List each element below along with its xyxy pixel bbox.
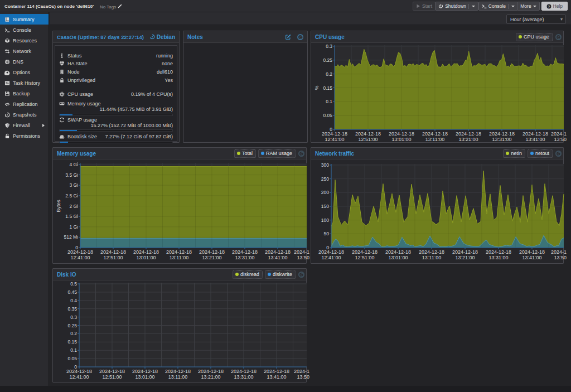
svg-text:13:01:00: 13:01:00: [388, 255, 408, 260]
svg-text:13:21:00: 13:21:00: [458, 137, 478, 142]
svg-text:Bytes: Bytes: [56, 200, 61, 212]
svg-text:0.15: 0.15: [323, 85, 332, 91]
svg-text:1.5 Gi: 1.5 Gi: [65, 214, 78, 219]
svg-text:3.5 Gi: 3.5 Gi: [65, 172, 78, 178]
svg-text:13:21:00: 13:21:00: [455, 255, 475, 260]
svg-text:2024-12-18: 2024-12-18: [318, 249, 344, 255]
svg-text:13:01:00: 13:01:00: [136, 255, 156, 260]
svg-text:13:11:00: 13:11:00: [425, 137, 444, 142]
svg-text:12:41:00: 12:41:00: [69, 374, 89, 380]
svg-text:2024-12-18: 2024-12-18: [265, 249, 291, 255]
svg-text:13:11:00: 13:11:00: [170, 255, 188, 260]
svg-text:13:11:00: 13:11:00: [422, 255, 441, 260]
svg-text:3 Gi: 3 Gi: [69, 182, 78, 188]
svg-text:50: 50: [324, 231, 330, 236]
svg-text:0.05: 0.05: [323, 113, 332, 118]
svg-text:2024-12-18: 2024-12-18: [385, 249, 411, 255]
svg-text:2024-1: 2024-1: [294, 249, 309, 255]
svg-text:2024-12-18: 2024-12-18: [133, 249, 159, 255]
svg-text:0.25: 0.25: [323, 57, 332, 63]
svg-text:0.45: 0.45: [67, 289, 77, 295]
svg-text:2024-12-18: 2024-12-18: [422, 131, 448, 137]
svg-text:2024-12-18: 2024-12-18: [166, 249, 192, 255]
svg-text:2024-12-18: 2024-12-18: [452, 249, 478, 255]
svg-text:2024-12-18: 2024-12-18: [486, 249, 511, 255]
svg-text:12:51:00: 12:51:00: [103, 255, 123, 260]
svg-text:512 Mi: 512 Mi: [64, 234, 78, 240]
svg-text:2024-12-18: 2024-12-18: [389, 131, 414, 137]
svg-text:150: 150: [321, 204, 329, 209]
svg-text:250: 250: [321, 176, 329, 182]
svg-text:2024-12-18: 2024-12-18: [264, 369, 289, 374]
svg-text:2024-12-18: 2024-12-18: [199, 249, 225, 255]
svg-text:2024-12-18: 2024-12-18: [419, 249, 444, 255]
svg-text:2024-12-18: 2024-12-18: [322, 131, 347, 137]
svg-text:2024-12-18: 2024-12-18: [522, 131, 548, 137]
svg-text:0.15: 0.15: [67, 339, 77, 345]
svg-text:0.2: 0.2: [326, 71, 332, 77]
svg-text:2024-12-18: 2024-12-18: [231, 369, 257, 374]
svg-text:%: %: [314, 85, 320, 90]
svg-text:300: 300: [321, 162, 329, 168]
svg-text:0.2: 0.2: [70, 331, 77, 336]
svg-text:2024-12-18: 2024-12-18: [456, 131, 481, 137]
svg-text:0.3: 0.3: [326, 43, 332, 49]
svg-text:2.5 Gi: 2.5 Gi: [65, 193, 78, 199]
svg-text:13:31:00: 13:31:00: [234, 374, 253, 380]
svg-text:2024-1: 2024-1: [294, 369, 309, 374]
svg-text:2024-12-18: 2024-12-18: [198, 369, 224, 374]
svg-text:2024-12-18: 2024-12-18: [232, 249, 258, 255]
svg-text:13:01:00: 13:01:00: [135, 374, 154, 380]
svg-text:2024-12-18: 2024-12-18: [66, 369, 92, 374]
svg-text:12:41:00: 12:41:00: [70, 255, 90, 260]
svg-text:0.1: 0.1: [70, 347, 77, 353]
svg-text:?: ?: [548, 4, 550, 8]
svg-text:12:51:00: 12:51:00: [102, 374, 122, 380]
svg-text:2024-1: 2024-1: [551, 131, 567, 137]
svg-text:2024-12-18: 2024-12-18: [355, 131, 381, 137]
svg-text:0.25: 0.25: [67, 323, 77, 328]
svg-text:13:50: 13:50: [554, 137, 567, 142]
svg-text:0.5: 0.5: [70, 281, 77, 287]
svg-text:13:50: 13:50: [297, 255, 309, 260]
svg-text:13:31:00: 13:31:00: [492, 137, 511, 142]
svg-text:4 Gi: 4 Gi: [69, 162, 78, 167]
svg-text:100: 100: [321, 217, 329, 223]
svg-text:2024-12-18: 2024-12-18: [99, 369, 125, 374]
svg-text:2 Gi: 2 Gi: [69, 204, 78, 209]
svg-text:13:50: 13:50: [554, 255, 567, 260]
svg-text:13:31:00: 13:31:00: [235, 255, 254, 260]
svg-text:12:41:00: 12:41:00: [321, 255, 341, 260]
svg-text:12:51:00: 12:51:00: [355, 255, 374, 260]
svg-text:0.35: 0.35: [67, 306, 77, 312]
svg-text:12:41:00: 12:41:00: [325, 137, 344, 142]
svg-text:13:21:00: 13:21:00: [202, 255, 221, 260]
svg-text:2024-12-18: 2024-12-18: [165, 369, 191, 374]
svg-text:200: 200: [321, 190, 329, 195]
svg-text:2024-12-18: 2024-12-18: [132, 369, 158, 374]
svg-text:13:50: 13:50: [297, 374, 309, 380]
svg-text:2024-12-18: 2024-12-18: [67, 249, 93, 255]
svg-text:13:41:00: 13:41:00: [267, 374, 286, 380]
svg-text:13:41:00: 13:41:00: [522, 255, 541, 260]
svg-text:2024-12-18: 2024-12-18: [519, 249, 545, 255]
svg-text:13:31:00: 13:31:00: [488, 255, 508, 260]
svg-text:2024-1: 2024-1: [551, 249, 567, 255]
svg-text:12:51:00: 12:51:00: [358, 137, 378, 142]
svg-text:13:01:00: 13:01:00: [391, 137, 411, 142]
svg-text:0.4: 0.4: [70, 298, 77, 303]
svg-text:13:41:00: 13:41:00: [525, 137, 545, 142]
svg-text:0.3: 0.3: [70, 314, 77, 320]
svg-text:2024-12-18: 2024-12-18: [100, 249, 126, 255]
svg-text:0.05: 0.05: [67, 356, 77, 361]
svg-text:13:21:00: 13:21:00: [201, 374, 220, 380]
svg-text:2024-12-18: 2024-12-18: [489, 131, 515, 137]
svg-text:13:41:00: 13:41:00: [268, 255, 287, 260]
svg-text:0.1: 0.1: [326, 99, 332, 104]
svg-text:13:11:00: 13:11:00: [168, 374, 187, 380]
svg-text:2024-12-18: 2024-12-18: [352, 249, 378, 255]
svg-text:1 Gi: 1 Gi: [69, 224, 78, 230]
